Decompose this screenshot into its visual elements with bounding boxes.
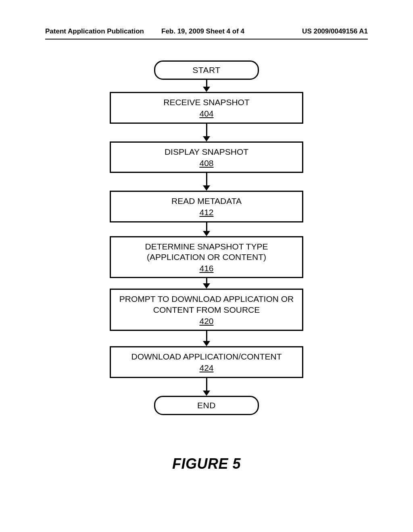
terminator-start: START [154, 60, 259, 80]
arrow-shaft [206, 173, 207, 186]
arrow [203, 80, 210, 92]
process-step-ref: 416 [199, 263, 213, 274]
process-step-ref: 424 [199, 363, 213, 373]
arrow-shaft [206, 278, 207, 284]
arrow-head-icon [203, 87, 210, 92]
process-step-text: RECEIVE SNAPSHOT [116, 97, 297, 108]
process-step-ref: 420 [199, 316, 213, 326]
flowchart: START RECEIVE SNAPSHOT 404 DISPLAY SNAPS… [0, 60, 413, 415]
process-step-2: READ METADATA 412 [110, 191, 303, 222]
arrow-shaft [206, 124, 207, 137]
figure-label: FIGURE 5 [0, 455, 413, 472]
arrow-head-icon [203, 231, 210, 236]
arrow-head-icon [203, 341, 210, 346]
process-step-0: RECEIVE SNAPSHOT 404 [110, 92, 303, 124]
process-step-text: DISPLAY SNAPSHOT [116, 147, 297, 157]
process-step-3: DETERMINE SNAPSHOT TYPE (APPLICATION OR … [110, 236, 303, 278]
process-step-ref: 404 [199, 108, 213, 119]
process-step-1: DISPLAY SNAPSHOT 408 [110, 141, 303, 173]
header-left-text: Patent Application Publication [45, 27, 144, 35]
arrow-head-icon [203, 283, 210, 289]
process-step-text: DETERMINE SNAPSHOT TYPE (APPLICATION OR … [116, 241, 297, 263]
arrow-shaft [206, 331, 207, 341]
process-step-ref: 408 [199, 158, 213, 168]
process-step-text: READ METADATA [116, 196, 297, 206]
terminator-start-label: START [192, 65, 220, 75]
arrow [203, 331, 210, 346]
terminator-end-label: END [197, 401, 216, 410]
arrow [203, 278, 210, 289]
process-step-5: DOWNLOAD APPLICATION/CONTENT 424 [110, 346, 303, 378]
process-step-4: PROMPT TO DOWNLOAD APPLICATION OR CONTEN… [110, 289, 303, 331]
header-right-text: US 2009/0049156 A1 [302, 27, 368, 35]
arrow-shaft [206, 80, 207, 87]
header-divider [45, 39, 368, 39]
arrow [203, 378, 210, 396]
arrow [203, 124, 210, 141]
arrow-head-icon [203, 391, 210, 396]
arrow [203, 173, 210, 191]
page: Patent Application Publication Feb. 19, … [0, 0, 413, 532]
process-step-text: DOWNLOAD APPLICATION/CONTENT [116, 351, 297, 362]
process-step-ref: 412 [199, 207, 213, 218]
arrow [203, 222, 210, 236]
terminator-end: END [154, 396, 259, 415]
arrow-shaft [206, 222, 207, 231]
arrow-head-icon [203, 136, 210, 141]
header-middle-text: Feb. 19, 2009 Sheet 4 of 4 [161, 27, 244, 35]
process-step-text: PROMPT TO DOWNLOAD APPLICATION OR CONTEN… [116, 294, 297, 315]
arrow-head-icon [203, 185, 210, 191]
arrow-shaft [206, 378, 207, 391]
